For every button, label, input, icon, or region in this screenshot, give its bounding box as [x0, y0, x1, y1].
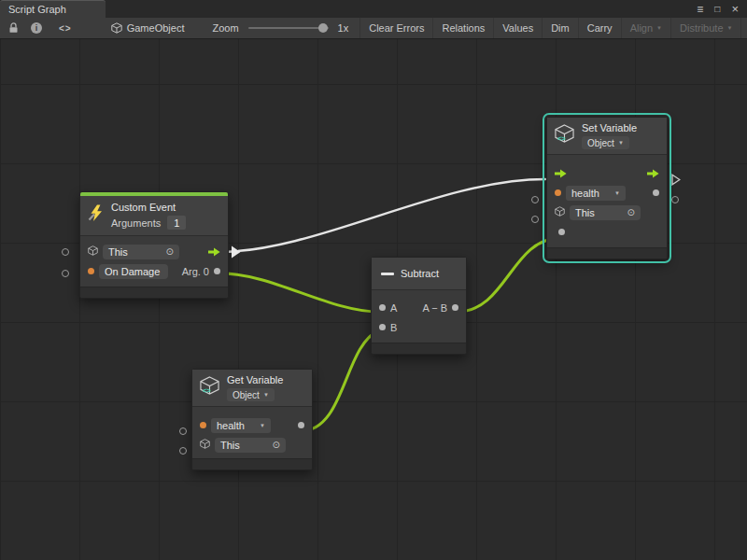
unity-script-graph-window: Script Graph ≡ □ × i <> GameObject Zoom …: [0, 0, 747, 560]
event-name-field[interactable]: On Damage: [99, 264, 168, 279]
info-icon[interactable]: i: [31, 22, 42, 34]
zoom-label: Zoom: [212, 22, 238, 34]
gameobject-cube-icon: [200, 439, 210, 451]
port-ring-customevent-target[interactable]: [62, 248, 69, 256]
variable-name-input-port[interactable]: [555, 189, 561, 196]
variable-cube-icon: <>: [554, 124, 575, 147]
caret-down-icon: ▼: [263, 392, 269, 398]
variable-name-dropdown[interactable]: health ▼: [211, 418, 271, 433]
overview-button[interactable]: Overv: [740, 18, 747, 38]
port-ring-getvariable-target[interactable]: [179, 447, 187, 455]
subtract-header[interactable]: Subtract: [372, 258, 466, 290]
flow-wire-customevent-to-setvariable[interactable]: [218, 179, 545, 252]
caret-down-icon: ▼: [727, 25, 733, 31]
output-label: A − B: [422, 302, 447, 314]
port-ring-getvariable-name[interactable]: [179, 427, 187, 435]
tab-title: Script Graph: [8, 4, 66, 15]
node-custom-event[interactable]: Custom Event Arguments 1 This ⊙: [79, 191, 229, 299]
distribute-button[interactable]: Distribute▼: [670, 18, 740, 38]
lock-icon[interactable]: [8, 22, 19, 34]
values-button[interactable]: Values: [493, 18, 542, 38]
node-subtract[interactable]: Subtract A A − B B: [371, 257, 467, 355]
flow-out-arrow-icon[interactable]: [208, 247, 220, 257]
get-variable-header[interactable]: <> Get Variable Object ▼: [192, 370, 312, 407]
maximize-icon[interactable]: □: [714, 5, 720, 14]
relations-button[interactable]: Relations: [432, 18, 493, 38]
target-object-field[interactable]: This ⊙: [215, 438, 286, 453]
value-input-port[interactable]: [558, 229, 565, 235]
arg0-output-port[interactable]: [214, 268, 220, 274]
port-ring-setvariable-output[interactable]: [671, 196, 679, 203]
caret-down-icon: ▼: [260, 423, 265, 428]
value-output-port[interactable]: [653, 189, 659, 196]
event-name-input-port[interactable]: [88, 268, 94, 274]
arguments-count-field[interactable]: 1: [167, 216, 186, 230]
value-input-row: [547, 222, 667, 242]
window-menu-icon[interactable]: ≡: [697, 4, 703, 15]
flow-in-arrow-icon[interactable]: [555, 169, 567, 178]
close-icon[interactable]: ×: [731, 3, 739, 15]
variable-name-row: health ▼: [547, 183, 667, 203]
flow-wire-arrow-icon: [232, 245, 241, 259]
variable-name-input-port[interactable]: [200, 422, 206, 428]
carry-button[interactable]: Carry: [578, 18, 621, 38]
target-port-row: This ⊙: [80, 242, 228, 261]
variable-scope-dropdown[interactable]: Object ▼: [227, 388, 275, 401]
node-get-variable[interactable]: <> Get Variable Object ▼ health ▼: [191, 369, 313, 470]
svg-text:<>: <>: [557, 134, 566, 143]
svg-text:<>: <>: [203, 386, 211, 395]
flow-out-arrow-icon[interactable]: [647, 169, 659, 178]
tab-script-graph[interactable]: Script Graph: [0, 0, 106, 18]
target-port-row: This ⊙: [547, 203, 667, 222]
input-b-port[interactable]: [379, 324, 386, 330]
flow-port-row: [547, 163, 667, 183]
value-output-port[interactable]: [298, 422, 304, 428]
node-set-variable[interactable]: <> Set Variable Object ▼: [546, 117, 668, 259]
zoom-value: 1x: [338, 22, 349, 34]
event-name-port-row: On Damage Arg. 0: [80, 261, 228, 281]
node-footer: [80, 287, 228, 298]
node-title: Subtract: [401, 268, 439, 279]
clear-errors-button[interactable]: Clear Errors: [359, 18, 432, 38]
input-a-port[interactable]: [379, 304, 386, 311]
node-title: Set Variable: [582, 122, 637, 133]
node-title: Custom Event: [111, 202, 176, 213]
graph-canvas[interactable]: Custom Event Arguments 1 This ⊙: [0, 39, 747, 560]
caret-down-icon: ▼: [614, 190, 620, 196]
custom-event-header[interactable]: Custom Event Arguments 1: [80, 196, 228, 236]
variable-name-dropdown[interactable]: health ▼: [566, 186, 626, 201]
graph-toolbar: i <> GameObject Zoom 1x Clear Errors Rel…: [0, 18, 747, 39]
port-ring-setvariable-target[interactable]: [531, 216, 539, 223]
set-variable-header[interactable]: <> Set Variable Object ▼: [547, 118, 667, 155]
align-button[interactable]: Align▼: [621, 18, 670, 38]
port-ring-setvariable-name[interactable]: [531, 196, 539, 203]
target-object-field[interactable]: This ⊙: [103, 245, 179, 259]
gameobject-icon: [111, 22, 122, 34]
caret-down-icon: ▼: [656, 25, 662, 31]
toolbar-buttons: Clear Errors Relations Values Dim Carry …: [359, 18, 747, 38]
port-ring-customevent-name[interactable]: [62, 270, 69, 277]
dim-button[interactable]: Dim: [542, 18, 578, 38]
flow-out-indicator-icon[interactable]: [671, 174, 681, 186]
edit-graph-icon[interactable]: <>: [59, 23, 72, 34]
object-picker-icon[interactable]: ⊙: [166, 247, 174, 257]
arguments-label: Arguments: [111, 217, 161, 229]
gameobject-cube-icon: [555, 206, 565, 218]
target-object-field[interactable]: This ⊙: [570, 205, 641, 220]
zoom-slider[interactable]: [248, 27, 329, 29]
object-picker-icon[interactable]: ⊙: [627, 208, 635, 217]
caret-down-icon: ▼: [618, 140, 624, 146]
value-wire-subtract-to-setvariable[interactable]: [458, 238, 560, 312]
window-controls: ≡ □ ×: [697, 0, 747, 18]
subtract-row-a: A A − B: [372, 298, 466, 317]
arg0-label: Arg. 0: [182, 266, 209, 277]
value-wire-arg0-to-a[interactable]: [221, 273, 379, 312]
variable-scope-dropdown[interactable]: Object ▼: [582, 136, 629, 149]
zoom-slider-handle[interactable]: [318, 23, 328, 33]
object-picker-icon[interactable]: ⊙: [273, 441, 280, 450]
lightning-bolt-icon: [87, 204, 105, 226]
tab-strip: Script Graph ≡ □ ×: [0, 0, 747, 18]
gameobject-cube-icon: [88, 245, 98, 258]
output-port[interactable]: [452, 304, 458, 311]
target-port-row: This ⊙: [192, 435, 312, 455]
